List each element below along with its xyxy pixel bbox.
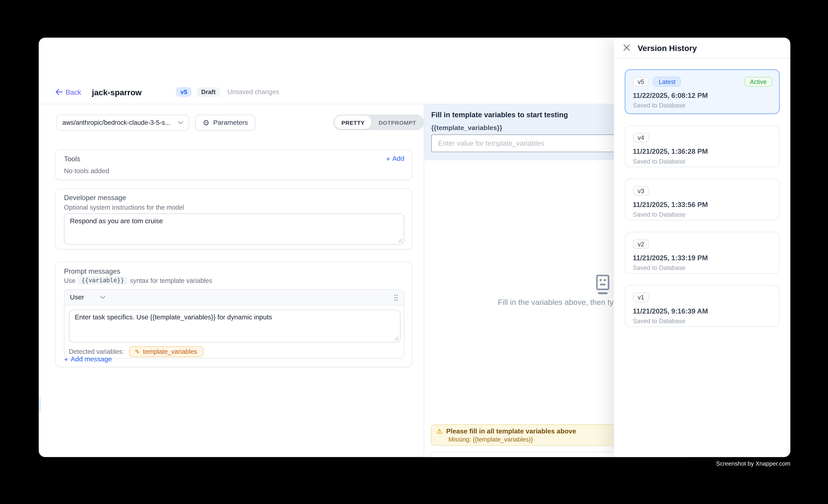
active-badge: Active: [744, 77, 772, 87]
version-number-badge: v5: [633, 77, 649, 87]
version-badge-row: v4: [633, 133, 772, 142]
back-arrow-icon: [55, 89, 62, 95]
toggle-pretty[interactable]: PRETTY: [334, 116, 372, 129]
watermark-text: Screenshot by Xnapper.com: [716, 460, 790, 467]
warning-title: Please fill in all template variables ab…: [446, 427, 576, 435]
latest-badge: Latest: [653, 77, 681, 87]
version-timestamp: 11/21/2025, 1:36:28 PM: [633, 148, 772, 156]
message-block: User Enter task specifics. Use {{templat…: [64, 289, 404, 359]
robot-face-icon: [592, 273, 614, 296]
message-field-wrap: Enter task specifics. Use {{template_var…: [69, 310, 401, 342]
parameters-label: Parameters: [213, 119, 248, 126]
close-icon[interactable]: [623, 44, 630, 51]
parameters-button[interactable]: ⚙ Parameters: [195, 115, 255, 131]
plus-icon: +: [64, 356, 68, 363]
version-badge-row: v1: [633, 292, 772, 302]
template-variable-chip-label: template_variables: [143, 348, 197, 355]
version-saved-text: Saved to Database: [633, 318, 772, 324]
version-history-panel: Version History v5 Latest Active 11/22/2…: [614, 38, 790, 457]
plus-icon: +: [386, 155, 390, 162]
gear-icon: ⚙: [203, 119, 209, 126]
page-title: jack-sparrow: [92, 87, 141, 96]
screenshot-stage: Back jack-sparrow v5 Draft Unsaved chang…: [0, 0, 828, 504]
prompt-messages-subtitle: Use {{variable}} syntax for template var…: [64, 277, 212, 285]
tools-title: Tools: [64, 155, 80, 163]
version-badge: v5: [176, 87, 192, 97]
message-role-value: User: [70, 294, 84, 301]
app-window: Back jack-sparrow v5 Draft Unsaved chang…: [39, 38, 790, 457]
tools-empty-text: No tools added: [64, 167, 109, 175]
version-card-v3[interactable]: v3 11/21/2025, 1:33:56 PM Saved to Datab…: [625, 179, 780, 220]
version-number-badge: v1: [633, 292, 649, 302]
developer-message-card: Developer message Optional system instru…: [55, 188, 412, 250]
version-history-title: Version History: [638, 43, 697, 53]
message-input[interactable]: Enter task specifics. Use {{template_var…: [69, 310, 401, 342]
version-timestamp: 11/21/2025, 9:16:39 AM: [633, 307, 772, 315]
version-number-badge: v4: [633, 133, 649, 142]
developer-message-title: Developer message: [64, 194, 126, 202]
version-timestamp: 11/21/2025, 1:33:56 PM: [633, 201, 772, 209]
page-header: Back jack-sparrow v5 Draft Unsaved chang…: [55, 85, 279, 99]
version-badge-row: v2: [633, 239, 772, 249]
version-timestamp: 11/22/2025, 6:08:12 PM: [633, 91, 772, 99]
subtitle-suffix: syntax for template variables: [130, 277, 212, 284]
variable-syntax-chip: {{variable}}: [78, 277, 127, 285]
chevron-down-icon: [100, 296, 106, 299]
version-card-v1[interactable]: v1 11/21/2025, 9:16:39 AM Saved to Datab…: [625, 285, 780, 327]
subtitle-prefix: Use: [64, 277, 76, 284]
toggle-dotprompt[interactable]: DOTPROMPT: [372, 116, 423, 129]
version-card-v5[interactable]: v5 Latest Active 11/22/2025, 6:08:12 PM …: [625, 70, 780, 114]
warning-icon: ⚠: [437, 428, 443, 434]
version-history-header: Version History: [614, 38, 790, 58]
back-label: Back: [66, 88, 81, 96]
developer-message-subtitle: Optional system instructions for the mod…: [64, 204, 184, 211]
version-number-badge: v3: [633, 186, 649, 196]
model-select[interactable]: aws/anthropic/bedrock-claude-3-5-s...: [56, 115, 189, 131]
template-variable-chip[interactable]: ✎ template_variables: [129, 346, 203, 357]
version-badge-row: v3: [633, 186, 772, 196]
unsaved-changes-label: Unsaved changes: [227, 88, 279, 96]
prompt-messages-card: Prompt messages Use {{variable}} syntax …: [55, 262, 412, 367]
message-header: User: [65, 290, 404, 305]
add-message-label: Add message: [71, 355, 112, 363]
template-variables-title: Fill in template variables to start test…: [431, 111, 568, 119]
version-saved-text: Saved to Database: [633, 211, 772, 218]
draft-badge: Draft: [197, 87, 220, 97]
back-button[interactable]: Back: [55, 88, 81, 96]
version-card-v2[interactable]: v2 11/21/2025, 1:33:19 PM Saved to Datab…: [625, 232, 780, 274]
developer-message-input[interactable]: Respond as you are tom cruise: [64, 213, 404, 245]
model-select-value: aws/anthropic/bedrock-claude-3-5-s...: [62, 119, 175, 126]
message-role-select[interactable]: User: [70, 294, 106, 301]
prompt-messages-title: Prompt messages: [64, 267, 120, 275]
version-saved-text: Saved to Database: [633, 102, 772, 109]
add-tool-button[interactable]: + Add: [386, 155, 404, 162]
empty-state-text: Fill in the variables above, then typ: [498, 298, 618, 306]
version-number-badge: v2: [633, 239, 649, 249]
version-saved-text: Saved to Database: [633, 158, 772, 165]
version-timestamp: 11/21/2025, 1:33:19 PM: [633, 254, 772, 262]
format-toggle: PRETTY DOTPROMPT: [333, 115, 424, 130]
add-tool-label: Add: [392, 155, 404, 162]
pencil-icon: ✎: [135, 348, 140, 355]
template-variable-name: {{template_variables}}: [431, 124, 502, 132]
detected-variables-label: Detected variables:: [69, 348, 124, 355]
add-message-button[interactable]: + Add message: [64, 355, 112, 363]
drag-handle-icon[interactable]: [394, 294, 399, 301]
version-card-v4[interactable]: v4 11/21/2025, 1:36:28 PM Saved to Datab…: [625, 125, 780, 167]
developer-message-field-wrap: Respond as you are tom cruise: [64, 213, 404, 245]
tools-card: Tools + Add No tools added: [55, 150, 412, 180]
chevron-down-icon: [178, 121, 183, 124]
edge-peek-element: [39, 397, 41, 412]
version-saved-text: Saved to Database: [633, 265, 772, 271]
